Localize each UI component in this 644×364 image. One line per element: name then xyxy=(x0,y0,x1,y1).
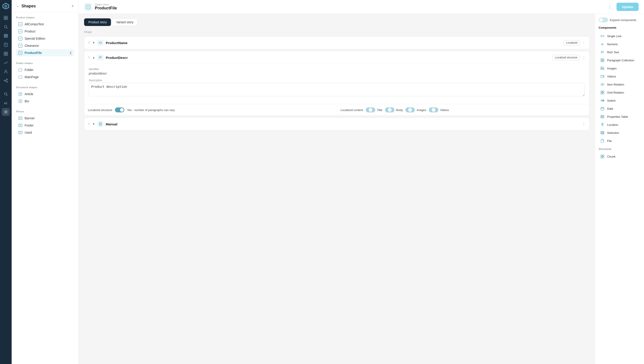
field-more-product-descr[interactable]: ⋮ xyxy=(582,56,586,60)
field-card-product-descr: ⠿ ▲ ProductDescr Localized structure ⋮ xyxy=(84,51,590,116)
nav-icon-users[interactable] xyxy=(2,68,10,76)
right-panel: Expand components Components Single Line… xyxy=(595,14,644,364)
component-selection[interactable]: Selection xyxy=(598,129,640,137)
nav-icon-orders[interactable] xyxy=(2,41,10,49)
expand-components-label: Expand components xyxy=(610,18,636,22)
svg-rect-49 xyxy=(18,124,22,127)
expand-btn-manual[interactable]: ▼ xyxy=(92,122,95,126)
toggle-body[interactable] xyxy=(385,107,394,112)
tab-variant-story[interactable]: Variant story xyxy=(112,18,138,26)
nav-icon-az[interactable]: AZ xyxy=(2,99,10,107)
description-textarea[interactable] xyxy=(89,83,585,96)
sidebar-back-button[interactable]: ← xyxy=(16,4,20,8)
comp-icon-grid-relation xyxy=(600,90,605,95)
update-button[interactable]: Update xyxy=(616,3,639,11)
field-type-icon-product-descr xyxy=(97,54,104,61)
component-grid-relation[interactable]: Grid Relation xyxy=(598,88,640,96)
toggle-images[interactable] xyxy=(406,107,415,112)
topbar-more-button[interactable]: ⋮ xyxy=(606,3,614,11)
component-images[interactable]: Images xyxy=(598,64,640,72)
nav-icon-grid[interactable] xyxy=(2,50,10,58)
sidebar-item-article[interactable]: Article xyxy=(16,90,74,98)
sidebar-item-used[interactable]: Used xyxy=(16,129,74,136)
expand-btn-product-descr[interactable]: ▲ xyxy=(92,56,95,59)
component-label-paragraph-collection: Paragraph Collection xyxy=(607,59,634,62)
svg-rect-15 xyxy=(6,52,8,54)
toggle-body-label: Body xyxy=(396,108,403,112)
drag-handle-product-descr[interactable]: ⠿ xyxy=(88,56,90,59)
field-more-product-name[interactable]: ⋮ xyxy=(582,41,586,45)
drag-handle-manual[interactable]: ⠿ xyxy=(88,122,90,126)
sidebar-item-folder[interactable]: Folder xyxy=(16,66,74,73)
comp-icon-selection xyxy=(600,130,605,135)
component-paragraph-collection[interactable]: Paragraph Collection xyxy=(598,56,640,64)
app-logo[interactable] xyxy=(2,3,9,10)
component-switch[interactable]: Switch xyxy=(598,96,640,105)
sidebar-item-label-folder: Folder xyxy=(24,68,34,72)
sidebar-item-productfile[interactable]: ProductFile ❮ xyxy=(16,49,74,56)
field-badge-product-name: Localized xyxy=(564,40,580,46)
nav-icon-search[interactable] xyxy=(2,23,10,31)
nav-icon-integrations[interactable] xyxy=(2,77,10,85)
component-item-relation[interactable]: Item Relation xyxy=(598,80,640,88)
sidebar-item-label-product: Product xyxy=(24,30,35,33)
component-numeric[interactable]: 42 Numeric xyxy=(598,40,640,48)
field-more-manual[interactable]: ⋮ xyxy=(582,122,586,126)
component-location[interactable]: Location xyxy=(598,121,640,129)
drag-handle-product-name[interactable]: ⠿ xyxy=(88,41,90,45)
component-single-line[interactable]: Single Line xyxy=(598,32,640,40)
sidebar-item-product[interactable]: Product xyxy=(16,28,74,35)
identifier-row: Identifier productdescr xyxy=(89,68,585,75)
localized-structure-toggle[interactable] xyxy=(115,107,124,112)
sidebar-item-allcompstest[interactable]: AllCompsTest xyxy=(16,21,74,28)
sidebar-add-button[interactable]: + xyxy=(71,4,74,9)
field-type-icon-product-name xyxy=(97,40,104,46)
comp-icon-item-relation xyxy=(600,82,605,87)
expand-btn-product-name[interactable]: ▼ xyxy=(92,41,95,44)
svg-point-81 xyxy=(603,100,604,101)
component-file[interactable]: File xyxy=(598,137,640,145)
svg-rect-46 xyxy=(18,117,22,120)
topbar-shape-icon xyxy=(84,3,92,11)
sidebar-item-label-used: Used xyxy=(24,131,32,134)
nav-icon-reports[interactable] xyxy=(2,59,10,67)
svg-point-27 xyxy=(5,111,6,113)
sidebar-item-banner[interactable]: Banner xyxy=(16,115,74,122)
sidebar-item-special-edition[interactable]: Special Edition xyxy=(16,35,74,42)
toggle-title[interactable] xyxy=(366,107,375,112)
svg-line-23 xyxy=(5,81,6,81)
sidebar-collapse-icon[interactable]: ❮ xyxy=(70,51,72,54)
toggle-videos[interactable] xyxy=(429,107,438,112)
component-chunk[interactable]: Chunk xyxy=(598,152,640,160)
topbar: Shape name ProductFile ⋮ Update xyxy=(79,0,644,14)
sidebar-item-bio[interactable]: Bio xyxy=(16,98,74,105)
sidebar-item-clearance[interactable]: Clearance xyxy=(16,42,74,49)
component-properties-table[interactable]: Properties Table xyxy=(598,113,640,121)
svg-point-19 xyxy=(4,80,5,81)
comp-icon-switch xyxy=(600,98,605,103)
sidebar-item-footer[interactable]: Footer xyxy=(16,122,74,129)
nav-icon-search2[interactable] xyxy=(2,90,10,98)
sidebar-item-label-article: Article xyxy=(24,92,33,96)
comp-icon-single-line xyxy=(600,34,605,39)
nav-icon-settings[interactable] xyxy=(2,108,10,116)
component-videos[interactable]: Videos xyxy=(598,72,640,80)
field-card-manual: ⠿ ▼ Manual ⋮ xyxy=(84,117,590,130)
nav-icon-catalog[interactable] xyxy=(2,32,10,40)
tab-product-story[interactable]: Product story xyxy=(84,18,111,26)
component-date[interactable]: Date xyxy=(598,105,640,113)
sidebar-item-mainpage[interactable]: MainPage xyxy=(16,73,74,81)
svg-rect-71 xyxy=(601,60,602,62)
sidebar-folder-section-label: Folder shapes xyxy=(16,62,74,65)
component-rich-text[interactable]: Rich Text xyxy=(598,48,640,56)
expand-components-toggle[interactable] xyxy=(598,18,608,22)
svg-rect-79 xyxy=(603,93,604,94)
nav-icon-shapes[interactable] xyxy=(2,14,10,22)
svg-text:AZ: AZ xyxy=(4,102,8,105)
comp-icon-numeric: 42 xyxy=(600,42,605,47)
comp-icon-chunk xyxy=(600,154,605,159)
svg-rect-17 xyxy=(6,54,8,56)
story-tabs: Product story Variant story xyxy=(84,18,590,26)
localized-yes-label: Yes - number of paragraphs can vary xyxy=(127,108,175,112)
field-card-product-name: ⠿ ▼ ProductName Localized ⋮ xyxy=(84,36,590,49)
